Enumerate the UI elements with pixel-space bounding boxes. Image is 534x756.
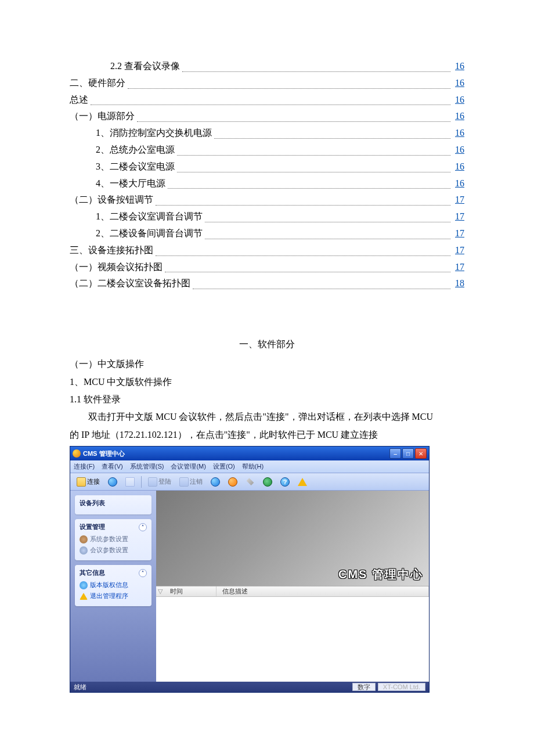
menu-sysmgmt[interactable]: 系统管理(S): [130, 462, 164, 471]
menu-connect[interactable]: 连接(F): [74, 462, 95, 471]
toc-page[interactable]: 16: [453, 175, 464, 192]
toc-page[interactable]: 16: [453, 142, 464, 159]
warning-icon: [80, 593, 88, 600]
globe-icon: [211, 477, 220, 487]
toc-leader: [182, 71, 450, 72]
toc-page[interactable]: 17: [453, 242, 464, 259]
heading-level-3: 1.1 软件登录: [70, 391, 464, 408]
log-col-desc[interactable]: 信息描述: [217, 586, 429, 596]
toc-entry[interactable]: （二）设备按钮调节17: [70, 192, 464, 208]
globe-icon: [108, 477, 117, 487]
statusbar: 就绪 数字 XT-COM Ltd.: [70, 682, 429, 692]
register-button[interactable]: 注销: [176, 476, 205, 488]
panel-settings: 设置管理 ˄ 系统参数设置 会议参数设置: [75, 519, 151, 560]
toc-entry[interactable]: 三、设备连接拓扑图17: [70, 242, 464, 259]
help-button[interactable]: ?: [277, 476, 293, 488]
titlebar[interactable]: CMS 管理中心 ‒ □ ✕: [70, 447, 429, 460]
toc-label: 3、二楼会议室电源: [96, 159, 175, 175]
panel-other: 其它信息 ˄ 版本版权信息 退出管理程序: [75, 565, 151, 606]
menu-confmgmt[interactable]: 会议管理(M): [171, 462, 206, 471]
chevron-up-icon[interactable]: ˄: [139, 523, 147, 531]
toc-label: 1、二楼会议室调音台调节: [96, 208, 203, 225]
menu-view[interactable]: 查看(V): [102, 462, 123, 471]
mail-icon: [125, 477, 135, 487]
sidebar-item-confparam[interactable]: 会议参数设置: [80, 545, 147, 556]
toc-entry[interactable]: 2.2 查看会议录像16: [70, 58, 464, 75]
sidebar-item-label: 会议参数设置: [90, 546, 128, 555]
orange-icon: [228, 477, 237, 487]
wrench-icon: [246, 477, 255, 487]
toc-entry[interactable]: 2、总统办公室电源16: [70, 142, 464, 159]
toc-label: 总述: [70, 92, 88, 109]
login-icon: [148, 477, 157, 487]
toc-label: 2.2 查看会议录像: [110, 58, 180, 75]
toc-entry[interactable]: （一）电源部分16: [70, 108, 464, 125]
toc-leader: [156, 255, 450, 256]
toc-label: 2、二楼设备间调音台调节: [96, 225, 203, 242]
toc-entry[interactable]: 总述16: [70, 92, 464, 109]
globe2-button[interactable]: [208, 476, 223, 488]
tools-button[interactable]: [243, 476, 258, 488]
toc-page[interactable]: 17: [453, 192, 464, 208]
toc-entry[interactable]: 1、消防控制室内交换机电源16: [70, 125, 464, 142]
login-button-label: 登陆: [158, 477, 171, 486]
paragraph-line-1: 双击打开中文版 MCU 会议软件，然后点击"连接"，弹出对话框，在列表中选择 M…: [70, 408, 464, 426]
toc-label: 二、硬件部分: [70, 75, 125, 92]
log-col-time[interactable]: 时间: [164, 586, 217, 596]
toc-page[interactable]: 17: [453, 259, 464, 276]
warn-button[interactable]: [295, 476, 310, 488]
refresh-button[interactable]: [260, 476, 275, 488]
main-area: CMS 管理中心 ▽ 时间 信息描述: [156, 491, 429, 682]
sidebar-item-label: 退出管理程序: [90, 592, 128, 600]
toc-page[interactable]: 16: [453, 92, 464, 109]
status-numlock: 数字: [352, 683, 376, 691]
heading-level-2: 1、MCU 中文版软件操作: [70, 373, 464, 391]
register-icon: [179, 477, 189, 487]
toc-entry[interactable]: 2、二楼设备间调音台调节17: [70, 225, 464, 242]
menu-help[interactable]: 帮助(H): [242, 462, 264, 471]
toc-entry[interactable]: 4、一楼大厅电源16: [70, 175, 464, 192]
toc-label: 1、消防控制室内交换机电源: [96, 125, 212, 142]
toc-entry[interactable]: （二）二楼会议室设备拓扑图18: [70, 275, 464, 292]
toc-page[interactable]: 16: [453, 58, 464, 75]
toc-label: 4、一楼大厅电源: [96, 175, 165, 192]
mail-button[interactable]: [122, 476, 138, 488]
toc-page[interactable]: 16: [453, 125, 464, 142]
filter-icon[interactable]: ▽: [156, 588, 164, 595]
chevron-up-icon[interactable]: ˄: [139, 569, 147, 577]
connect-button[interactable]: 连接: [74, 476, 103, 488]
close-button[interactable]: ✕: [415, 448, 427, 459]
menubar: 连接(F) 查看(V) 系统管理(S) 会议管理(M) 设置(O) 帮助(H): [70, 460, 429, 473]
canvas-area: CMS 管理中心: [156, 491, 429, 586]
toc-leader: [214, 138, 450, 139]
toc-page[interactable]: 16: [453, 159, 464, 175]
help-icon: ?: [280, 477, 290, 487]
toc-page[interactable]: 16: [453, 75, 464, 92]
menu-settings[interactable]: 设置(O): [213, 462, 235, 471]
window-title: CMS 管理中心: [83, 449, 389, 458]
toc-entry[interactable]: 1、二楼会议室调音台调节17: [70, 208, 464, 225]
panel-title: 设置管理: [80, 523, 105, 531]
sidebar-item-version[interactable]: 版本版权信息: [80, 579, 147, 591]
toc-page[interactable]: 17: [453, 208, 464, 225]
toc-entry[interactable]: 二、硬件部分16: [70, 75, 464, 92]
toc-entry[interactable]: 3、二楼会议室电源16: [70, 159, 464, 175]
table-of-contents: 2.2 查看会议录像16二、硬件部分16总述16（一）电源部分161、消防控制室…: [70, 58, 464, 292]
toc-page[interactable]: 18: [453, 275, 464, 292]
folder-icon: [77, 477, 86, 487]
toc-page[interactable]: 16: [453, 108, 464, 125]
refresh-icon: [263, 477, 272, 487]
toc-leader: [205, 239, 450, 239]
toc-page[interactable]: 17: [453, 225, 464, 242]
orange-button[interactable]: [225, 476, 240, 488]
minimize-button[interactable]: ‒: [389, 448, 401, 459]
maximize-button[interactable]: □: [402, 448, 414, 459]
toc-entry[interactable]: （一）视频会议拓扑图17: [70, 259, 464, 276]
gear-icon: [80, 546, 88, 555]
sidebar-item-sysparam[interactable]: 系统参数设置: [80, 534, 147, 545]
sidebar-item-label: 系统参数设置: [90, 535, 128, 543]
globe-button[interactable]: [105, 476, 120, 488]
login-button[interactable]: 登陆: [145, 476, 174, 488]
sidebar-item-exit[interactable]: 退出管理程序: [80, 591, 147, 602]
toc-leader: [177, 172, 450, 172]
